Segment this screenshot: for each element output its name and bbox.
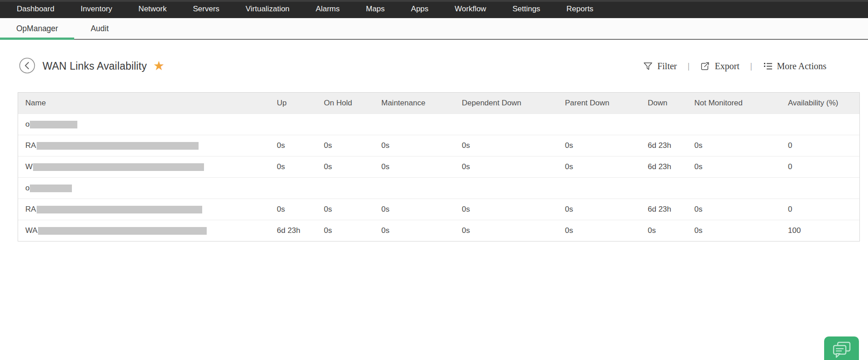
name-cell: o	[18, 120, 270, 129]
toolbar-separator: |	[750, 61, 752, 71]
table-row[interactable]: W0s0s0s0s0s6d 23h0s0	[18, 156, 859, 177]
cell-up: 6d 23h	[270, 226, 317, 235]
filter-label: Filter	[657, 61, 677, 71]
cell-availability: 100	[781, 226, 859, 235]
column-header: Up	[270, 99, 317, 108]
cell-maintenance: 0s	[374, 226, 455, 235]
device-name-text: RA	[25, 141, 36, 150]
cell-maintenance: 0s	[374, 162, 455, 171]
cell-up: 0s	[270, 205, 317, 214]
cell-maintenance: 0s	[374, 141, 455, 150]
redacted-name-bar	[37, 142, 199, 150]
chat-bubbles-icon	[832, 341, 851, 360]
column-header: Maintenance	[374, 99, 455, 108]
funnel-icon	[643, 62, 653, 71]
cell-not-monitored: 0s	[687, 226, 781, 235]
redacted-name-bar	[30, 185, 72, 192]
device-name-text: o	[25, 120, 29, 129]
redacted-name-bar	[38, 227, 207, 235]
nav-item-inventory[interactable]: Inventory	[67, 0, 125, 18]
name-cell: RA	[18, 205, 270, 214]
cell-availability: 0	[781, 205, 859, 214]
cell-dependent-down: 0s	[455, 141, 558, 150]
report-title-row: WAN Links Availability ★ Filter |	[19, 58, 868, 74]
name-cell: RA	[18, 141, 270, 150]
group-row: o	[18, 114, 859, 135]
table-body: oRA0s0s0s0s0s6d 23h0s0W0s0s0s0s0s6d 23h0…	[18, 114, 859, 241]
redacted-name-bar	[33, 163, 204, 171]
name-cell: W	[18, 162, 270, 171]
cell-on-hold: 0s	[317, 226, 374, 235]
nav-item-servers[interactable]: Servers	[180, 0, 232, 18]
cell-parent-down: 0s	[558, 141, 640, 150]
cell-down: 6d 23h	[640, 162, 687, 171]
cell-availability: 0	[781, 141, 859, 150]
name-cell: o	[18, 184, 270, 193]
cell-maintenance: 0s	[374, 205, 455, 214]
device-name-text: W	[25, 162, 33, 171]
column-header: Not Monitored	[687, 99, 781, 108]
column-header: On Hold	[317, 99, 374, 108]
more-actions-button[interactable]: More Actions	[763, 61, 826, 71]
column-header: Parent Down	[558, 99, 640, 108]
table-row[interactable]: RA0s0s0s0s0s6d 23h0s0	[18, 199, 859, 220]
cell-dependent-down: 0s	[455, 162, 558, 171]
column-header: Dependent Down	[455, 99, 558, 108]
chevron-left-circle-icon	[19, 57, 35, 75]
nav-item-virtualization[interactable]: Virtualization	[232, 0, 303, 18]
cell-on-hold: 0s	[317, 162, 374, 171]
cell-not-monitored: 0s	[687, 162, 781, 171]
tab-audit[interactable]: Audit	[74, 18, 125, 39]
cell-parent-down: 0s	[558, 205, 640, 214]
filter-button[interactable]: Filter	[643, 61, 677, 71]
wan-links-availability-table: NameUpOn HoldMaintenanceDependent DownPa…	[18, 92, 860, 242]
page-title: WAN Links Availability	[43, 60, 147, 72]
top-nav: DashboardInventoryNetworkServersVirtuali…	[0, 0, 868, 18]
table-row[interactable]: RA0s0s0s0s0s6d 23h0s0	[18, 135, 859, 156]
cell-down: 6d 23h	[640, 141, 687, 150]
nav-item-alarms[interactable]: Alarms	[303, 0, 353, 18]
cell-availability: 0	[781, 162, 859, 171]
share-box-icon	[700, 62, 710, 71]
cell-dependent-down: 0s	[455, 226, 558, 235]
column-header: Down	[640, 99, 687, 108]
cell-parent-down: 0s	[558, 162, 640, 171]
nav-item-network[interactable]: Network	[125, 0, 180, 18]
nav-item-maps[interactable]: Maps	[353, 0, 398, 18]
nav-item-apps[interactable]: Apps	[398, 0, 442, 18]
cell-up: 0s	[270, 141, 317, 150]
column-header: Name	[18, 99, 270, 108]
cell-on-hold: 0s	[317, 141, 374, 150]
module-tabs: OpManagerAudit	[0, 18, 868, 40]
nav-item-dashboard[interactable]: Dashboard	[4, 0, 67, 18]
redacted-name-bar	[30, 121, 77, 128]
name-cell: WA	[18, 226, 270, 235]
export-label: Export	[715, 61, 739, 71]
list-icon	[763, 62, 773, 71]
column-header: Availability (%)	[781, 99, 859, 108]
cell-dependent-down: 0s	[455, 205, 558, 214]
report-toolbar: Filter | Export |	[643, 58, 826, 74]
chat-widget-button[interactable]	[824, 336, 859, 360]
favorite-star-icon[interactable]: ★	[153, 60, 165, 72]
nav-item-settings[interactable]: Settings	[499, 0, 553, 18]
cell-down: 6d 23h	[640, 205, 687, 214]
export-button[interactable]: Export	[700, 61, 739, 71]
cell-parent-down: 0s	[558, 226, 640, 235]
redacted-name-bar	[37, 206, 202, 213]
table-row[interactable]: WA6d 23h0s0s0s0s0s0s100	[18, 220, 859, 241]
cell-down: 0s	[640, 226, 687, 235]
device-name-text: RA	[25, 205, 36, 214]
toolbar-separator: |	[688, 61, 690, 71]
nav-item-reports[interactable]: Reports	[553, 0, 607, 18]
device-name-text: o	[25, 184, 29, 193]
cell-not-monitored: 0s	[687, 141, 781, 150]
more-actions-label: More Actions	[777, 61, 826, 71]
tab-opmanager[interactable]: OpManager	[0, 18, 74, 39]
back-button[interactable]	[19, 58, 35, 74]
cell-on-hold: 0s	[317, 205, 374, 214]
report-page: WAN Links Availability ★ Filter |	[0, 58, 868, 242]
cell-not-monitored: 0s	[687, 205, 781, 214]
nav-item-workflow[interactable]: Workflow	[441, 0, 499, 18]
device-name-text: WA	[25, 226, 38, 235]
